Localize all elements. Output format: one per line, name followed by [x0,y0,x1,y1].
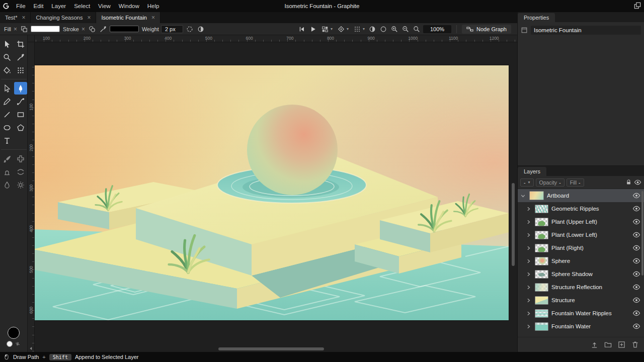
overlays-dropdown[interactable]: ▾ [336,25,350,34]
visibility-eye-icon[interactable] [632,283,640,291]
new-folder-icon[interactable] [604,341,612,348]
visibility-eye-icon[interactable] [632,192,640,200]
horizontal-scrollbar[interactable] [35,347,509,351]
heal-tool[interactable] [14,152,27,165]
chevron-right-icon[interactable] [525,323,532,330]
gradient-tool[interactable] [14,64,27,76]
chevron-right-icon[interactable] [525,297,532,304]
swap-working-colors-icon[interactable] [15,341,21,347]
menu-select[interactable]: Select [70,0,94,12]
rectangle-tool[interactable] [14,108,27,121]
menu-view[interactable]: View [94,0,115,12]
visibility-eye-icon[interactable] [632,270,640,278]
document-name-field[interactable]: Isometric Fountain [531,26,641,35]
menu-layer[interactable]: Layer [47,0,70,12]
opacity-control[interactable]: Opacity - [536,178,565,187]
fill-tool[interactable] [1,64,14,76]
delete-layer-icon[interactable] [631,341,639,348]
chevron-right-icon[interactable] [525,232,532,238]
new-layer-icon[interactable] [618,341,625,348]
visibility-eye-icon[interactable] [632,257,640,265]
chevron-right-icon[interactable] [525,258,532,264]
lock-icon[interactable] [625,179,632,186]
layer-row[interactable]: Plant (Right) [518,241,644,254]
pen-tool[interactable] [14,82,27,95]
path-tool[interactable] [1,82,14,95]
graphite-logo-icon[interactable] [0,3,12,10]
chevron-down-icon[interactable] [520,193,526,199]
line-tool[interactable] [1,108,14,121]
collapse-panel-arrow-icon[interactable] [29,346,34,351]
tab-close-icon[interactable]: × [22,15,25,21]
visibility-eye-icon[interactable] [632,231,640,239]
visibility-eye-icon[interactable] [632,205,640,213]
play-icon[interactable] [308,25,317,34]
layer-row[interactable]: Geometric Ripples [518,202,644,215]
stroke-remove-icon[interactable]: × [81,26,86,33]
tab-test-[interactable]: Test*× [0,12,31,23]
layers-scrollbar-thumb[interactable] [641,191,643,276]
layer-row[interactable]: Structure [518,294,644,307]
primary-color-swatch[interactable] [8,327,20,339]
visibility-eye-icon[interactable] [632,322,640,330]
snapping-dropdown[interactable]: ▾ [352,25,366,34]
stroke-color-swatch[interactable] [110,26,139,32]
horizontal-scrollbar-thumb[interactable] [218,347,324,350]
artboard-tool[interactable] [14,38,27,50]
layer-row[interactable]: Fountain Water [518,320,644,333]
stroke-eyedropper-icon[interactable] [99,25,108,34]
zoom-reset-icon[interactable] [412,25,421,34]
polygon-tool[interactable] [14,121,27,134]
artboard[interactable] [33,65,509,320]
layer-row[interactable]: Plant (Upper Left) [518,215,644,228]
layer-row[interactable]: Artboard [518,189,644,202]
tab-isometric-fountain[interactable]: Isometric Fountain× [96,12,160,23]
fill-remove-icon[interactable]: × [13,26,18,33]
select-tool[interactable] [1,38,14,50]
chevron-right-icon[interactable] [525,310,532,317]
clone-tool[interactable] [1,165,14,178]
zoom-out-icon[interactable] [401,25,410,34]
visibility-eye-icon[interactable] [632,244,640,252]
eyedropper-tool[interactable] [14,51,27,63]
detail-tool[interactable] [1,178,14,191]
half-filled-circle-icon[interactable] [196,25,205,34]
layer-row[interactable]: Fountain Water Ripples [518,307,644,320]
canvas-area[interactable]: 100200300400500600700800900100011001200 … [28,35,517,352]
tab-properties[interactable]: Properties [518,13,555,22]
move-to-folder-icon[interactable] [591,341,598,348]
menu-help[interactable]: Help [143,0,164,12]
freehand-tool[interactable] [1,95,14,108]
spline-tool[interactable] [14,95,27,108]
zoom-in-icon[interactable] [390,25,399,34]
layer-row[interactable]: Structure Reflection [518,281,644,294]
menu-edit[interactable]: Edit [30,0,48,12]
menu-window[interactable]: Window [115,0,143,12]
zoom-level-input[interactable]: 100% [423,25,451,33]
vertical-scrollbar[interactable] [511,42,515,346]
tab-close-icon[interactable]: × [151,15,155,21]
blend-mode-dropdown[interactable]: -▾ [520,178,534,187]
dashed-circle-icon[interactable] [185,25,194,34]
brush-tool[interactable] [1,152,14,165]
chevron-right-icon[interactable] [525,219,532,225]
view-mode-dropdown[interactable]: ▾ [319,25,334,34]
layer-row[interactable]: Sphere [518,254,644,267]
visibility-eye-icon[interactable] [632,296,640,304]
text-tool[interactable] [1,134,14,147]
window-restore-icon[interactable] [634,2,641,9]
visibility-eye-icon[interactable] [632,218,640,226]
visibility-eye-icon[interactable] [632,309,640,317]
visibility-all-eye-icon[interactable] [634,178,641,186]
skip-to-start-icon[interactable] [297,25,306,34]
chevron-right-icon[interactable] [525,206,532,212]
stroke-weight-input[interactable]: 2 px [161,25,183,33]
tab-layers[interactable]: Layers [518,167,546,176]
tab-changing-seasons[interactable]: Changing Seasons× [31,12,96,23]
tab-close-icon[interactable]: × [87,15,91,21]
ellipse-tool[interactable] [1,121,14,134]
chevron-right-icon[interactable] [525,271,532,278]
vertical-scrollbar-thumb[interactable] [512,183,515,266]
chevron-right-icon[interactable] [525,245,532,251]
fill-control[interactable]: Fill - [567,178,584,187]
